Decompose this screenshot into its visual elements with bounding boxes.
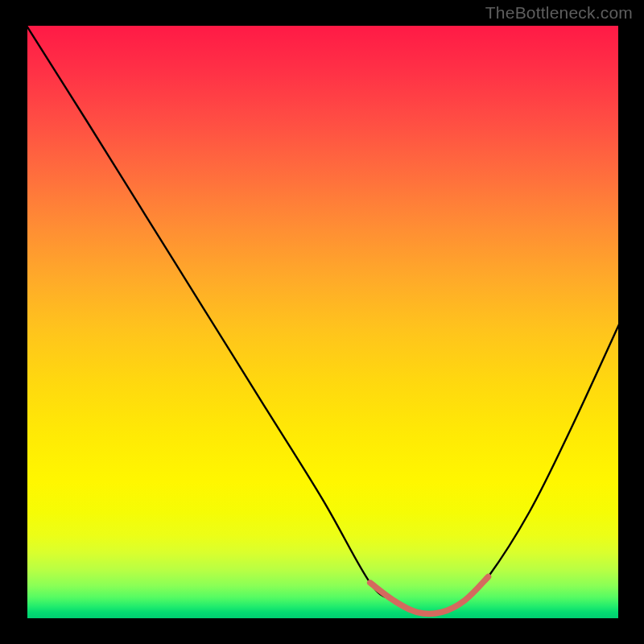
watermark-text: TheBottleneck.com [485,3,633,23]
bottleneck-curve [27,26,618,614]
optimal-range-highlight [370,576,489,613]
chart-stage: TheBottleneck.com [0,0,644,644]
plot-area [27,26,618,618]
curve-layer [27,26,618,618]
